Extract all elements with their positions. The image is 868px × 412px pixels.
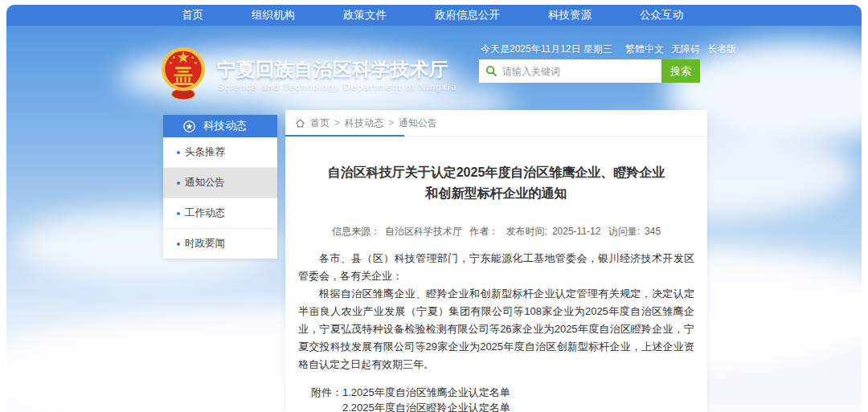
bullet-dot-icon <box>177 243 180 246</box>
sidebar-item-label: 头条推荐 <box>185 145 225 159</box>
breadcrumb-tech-updates[interactable]: 科技动态 <box>345 116 383 130</box>
accessibility-link[interactable]: 无障碍 <box>671 43 700 56</box>
meta-author-label: 作者： <box>469 226 498 237</box>
meta-publish-label: 发布时间: <box>506 226 547 237</box>
home-icon <box>295 118 305 128</box>
article-paragraph: 根据自治区雏鹰企业、瞪羚企业和创新型标杆企业认定管理有关规定，决定认定半亩良人农… <box>298 285 694 373</box>
sidebar: 科技动态 头条推荐 通知公告 工作动态 时政要闻 <box>163 115 277 259</box>
breadcrumb-home[interactable]: 首页 <box>310 116 330 130</box>
main-content-panel: 首页 > 科技动态 > 通知公告 自治区科技厅关于认定2025年度自治区雏鹰企业… <box>285 110 707 412</box>
article-paragraph: 各市、县（区）科技管理部门，宁东能源化工基地管委会，银川经济技术开发区管委会，各… <box>298 250 694 285</box>
breadcrumb-separator: > <box>388 117 394 128</box>
sidebar-item-label: 工作动态 <box>185 206 225 220</box>
attachments-block: 附件： 1.2025年度自治区雏鹰企业认定名单 2.2025年度自治区瞪羚企业认… <box>311 385 707 412</box>
breadcrumb-separator: > <box>334 117 340 128</box>
search-bar: 搜索 <box>479 59 700 83</box>
article-title: 自治区科技厅关于认定2025年度自治区雏鹰企业、瞪羚企业 和创新型标杆企业的通知 <box>285 162 707 204</box>
sidebar-item-political-news[interactable]: 时政要闻 <box>163 228 277 259</box>
meta-views-value: 345 <box>645 226 661 237</box>
sidebar-item-label: 通知公告 <box>185 176 225 190</box>
elder-version-link[interactable]: 长者版 <box>707 43 736 56</box>
search-input[interactable] <box>497 66 661 77</box>
bullet-dot-icon <box>177 182 180 185</box>
sidebar-item-label: 时政要闻 <box>185 237 225 251</box>
bullet-dot-icon <box>177 212 180 215</box>
breadcrumb: 首页 > 科技动态 > 通知公告 <box>285 110 707 137</box>
breadcrumb-notices[interactable]: 通知公告 <box>399 116 437 130</box>
nav-item-organization[interactable]: 组织机构 <box>245 8 301 22</box>
article-meta: 信息来源：自治区科学技术厅 作者： 发布时间:2025-11-12 访问量:34… <box>285 225 707 239</box>
meta-publish-date: 2025-11-12 <box>552 226 601 237</box>
sidebar-header: 科技动态 <box>163 115 277 137</box>
page: 首页 组织机构 政策文件 政府信息公开 科技资源 公众互动 宁夏回族自治区科学技… <box>0 0 868 412</box>
bullet-dot-icon <box>177 151 180 154</box>
nav-item-gov-info-disclosure[interactable]: 政府信息公开 <box>428 8 506 22</box>
sidebar-item-work-updates[interactable]: 工作动态 <box>163 198 277 228</box>
attachments-label: 附件： <box>311 385 342 412</box>
nav-item-public-interaction[interactable]: 公众互动 <box>633 8 690 22</box>
search-icon <box>485 65 497 77</box>
national-emblem-logo <box>158 45 208 101</box>
sidebar-title: 科技动态 <box>203 119 247 133</box>
traditional-chinese-link[interactable]: 繁體中文 <box>625 43 664 56</box>
nav-item-policy-documents[interactable]: 政策文件 <box>337 8 393 22</box>
attachment-link-1[interactable]: 1.2025年度自治区雏鹰企业认定名单 <box>342 385 542 400</box>
sidebar-item-headlines[interactable]: 头条推荐 <box>163 137 277 167</box>
meta-views-label: 访问量: <box>608 226 640 237</box>
star-circle-icon <box>182 120 196 133</box>
meta-source-label: 信息来源： <box>332 226 380 237</box>
article-title-line2: 和创新型标杆企业的通知 <box>285 183 707 204</box>
current-date-text: 今天是2025年11月12日 星期三 <box>481 43 612 56</box>
article-body: 各市、县（区）科技管理部门，宁东能源化工基地管委会，银川经济技术开发区管委会，各… <box>298 250 694 373</box>
top-navigation: 首页 组织机构 政策文件 政府信息公开 科技资源 公众互动 <box>6 5 862 26</box>
attachment-link-2[interactable]: 2.2025年度自治区瞪羚企业认定名单 <box>342 400 542 412</box>
site-title: 宁夏回族自治区科学技术厅 <box>217 57 448 82</box>
nav-item-home[interactable]: 首页 <box>175 8 210 22</box>
header-quick-links: 繁體中文 无障碍 长者版 <box>625 43 736 56</box>
sidebar-item-notices[interactable]: 通知公告 <box>163 167 277 198</box>
nav-item-tech-resources[interactable]: 科技资源 <box>542 8 598 22</box>
meta-source-value: 自治区科学技术厅 <box>385 226 462 237</box>
article-title-line1: 自治区科技厅关于认定2025年度自治区雏鹰企业、瞪羚企业 <box>285 162 707 183</box>
search-button[interactable]: 搜索 <box>661 59 700 83</box>
attachments-list: 1.2025年度自治区雏鹰企业认定名单 2.2025年度自治区瞪羚企业认定名单 … <box>342 385 542 412</box>
site-subtitle-english: Science and Technology Department of Nin… <box>218 82 457 92</box>
